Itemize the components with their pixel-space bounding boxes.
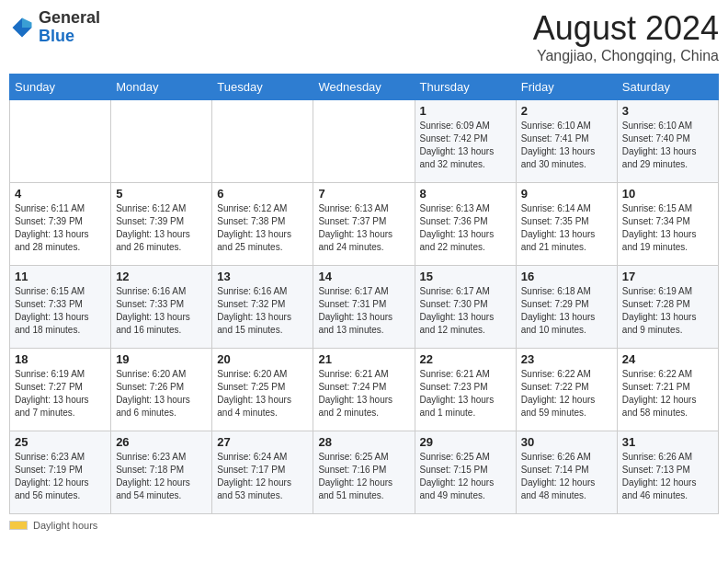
logo-general-text: General bbox=[39, 8, 100, 27]
day-number: 27 bbox=[217, 435, 308, 449]
day-number: 15 bbox=[420, 270, 511, 283]
calendar-week-row: 18Sunrise: 6:19 AM Sunset: 7:27 PM Dayli… bbox=[10, 349, 719, 431]
day-info: Sunrise: 6:26 AM Sunset: 7:14 PM Dayligh… bbox=[521, 451, 612, 502]
calendar-week-row: 11Sunrise: 6:15 AM Sunset: 7:33 PM Dayli… bbox=[10, 266, 719, 349]
day-info: Sunrise: 6:15 AM Sunset: 7:34 PM Dayligh… bbox=[622, 202, 713, 254]
day-number: 28 bbox=[318, 435, 409, 449]
day-number: 23 bbox=[521, 352, 612, 366]
day-info: Sunrise: 6:26 AM Sunset: 7:13 PM Dayligh… bbox=[622, 451, 713, 502]
day-number: 13 bbox=[217, 270, 308, 283]
day-info: Sunrise: 6:12 AM Sunset: 7:38 PM Dayligh… bbox=[217, 202, 308, 254]
day-info: Sunrise: 6:20 AM Sunset: 7:25 PM Dayligh… bbox=[217, 368, 308, 419]
page-header: General Blue August 2024 Yangjiao, Chong… bbox=[9, 9, 719, 64]
svg-marker-1 bbox=[22, 17, 32, 28]
day-info: Sunrise: 6:12 AM Sunset: 7:39 PM Dayligh… bbox=[116, 202, 207, 254]
calendar-cell: 18Sunrise: 6:19 AM Sunset: 7:27 PM Dayli… bbox=[10, 349, 111, 431]
day-info: Sunrise: 6:20 AM Sunset: 7:26 PM Dayligh… bbox=[116, 368, 207, 419]
calendar-cell bbox=[10, 100, 111, 183]
title-section: August 2024 Yangjiao, Chongqing, China bbox=[533, 9, 719, 64]
weekday-header-wednesday: Wednesday bbox=[313, 75, 415, 100]
day-info: Sunrise: 6:23 AM Sunset: 7:19 PM Dayligh… bbox=[15, 451, 106, 502]
day-number: 10 bbox=[622, 187, 713, 201]
calendar-week-row: 1Sunrise: 6:09 AM Sunset: 7:42 PM Daylig… bbox=[10, 100, 719, 183]
calendar-cell: 17Sunrise: 6:19 AM Sunset: 7:28 PM Dayli… bbox=[617, 266, 718, 349]
calendar-cell: 14Sunrise: 6:17 AM Sunset: 7:31 PM Dayli… bbox=[313, 266, 415, 349]
day-info: Sunrise: 6:13 AM Sunset: 7:36 PM Dayligh… bbox=[420, 202, 511, 254]
weekday-header-thursday: Thursday bbox=[415, 75, 516, 100]
day-info: Sunrise: 6:25 AM Sunset: 7:15 PM Dayligh… bbox=[420, 451, 511, 502]
day-info: Sunrise: 6:17 AM Sunset: 7:31 PM Dayligh… bbox=[318, 285, 409, 337]
logo: General Blue bbox=[9, 9, 100, 46]
day-number: 25 bbox=[15, 435, 106, 449]
logo-icon bbox=[9, 15, 35, 40]
day-number: 14 bbox=[318, 270, 409, 283]
day-number: 19 bbox=[116, 352, 207, 366]
day-info: Sunrise: 6:22 AM Sunset: 7:21 PM Dayligh… bbox=[622, 368, 713, 419]
calendar-cell: 23Sunrise: 6:22 AM Sunset: 7:22 PM Dayli… bbox=[516, 349, 617, 431]
day-info: Sunrise: 6:16 AM Sunset: 7:33 PM Dayligh… bbox=[116, 285, 207, 337]
calendar-week-row: 4Sunrise: 6:11 AM Sunset: 7:39 PM Daylig… bbox=[10, 183, 719, 266]
calendar-cell: 24Sunrise: 6:22 AM Sunset: 7:21 PM Dayli… bbox=[617, 349, 718, 431]
calendar-cell: 6Sunrise: 6:12 AM Sunset: 7:38 PM Daylig… bbox=[212, 183, 313, 266]
day-info: Sunrise: 6:25 AM Sunset: 7:16 PM Dayligh… bbox=[318, 451, 409, 502]
calendar-week-row: 25Sunrise: 6:23 AM Sunset: 7:19 PM Dayli… bbox=[10, 431, 719, 514]
day-number: 20 bbox=[217, 352, 308, 366]
calendar-cell: 5Sunrise: 6:12 AM Sunset: 7:39 PM Daylig… bbox=[111, 183, 212, 266]
day-number: 8 bbox=[420, 187, 511, 201]
day-number: 30 bbox=[521, 435, 612, 449]
calendar-cell bbox=[111, 100, 212, 183]
day-info: Sunrise: 6:22 AM Sunset: 7:22 PM Dayligh… bbox=[521, 368, 612, 419]
day-info: Sunrise: 6:18 AM Sunset: 7:29 PM Dayligh… bbox=[521, 285, 612, 337]
weekday-header-tuesday: Tuesday bbox=[212, 75, 313, 100]
weekday-header-monday: Monday bbox=[111, 75, 212, 100]
calendar-cell bbox=[313, 100, 415, 183]
day-info: Sunrise: 6:15 AM Sunset: 7:33 PM Dayligh… bbox=[15, 285, 106, 337]
day-number: 2 bbox=[521, 104, 612, 118]
calendar-cell: 19Sunrise: 6:20 AM Sunset: 7:26 PM Dayli… bbox=[111, 349, 212, 431]
calendar-cell: 9Sunrise: 6:14 AM Sunset: 7:35 PM Daylig… bbox=[516, 183, 617, 266]
calendar-cell: 26Sunrise: 6:23 AM Sunset: 7:18 PM Dayli… bbox=[111, 431, 212, 514]
calendar-cell bbox=[212, 100, 313, 183]
calendar-cell: 21Sunrise: 6:21 AM Sunset: 7:24 PM Dayli… bbox=[313, 349, 415, 431]
day-number: 21 bbox=[318, 352, 409, 366]
day-info: Sunrise: 6:19 AM Sunset: 7:27 PM Dayligh… bbox=[15, 368, 106, 419]
day-number: 5 bbox=[116, 187, 207, 201]
daylight-bar-icon bbox=[9, 521, 28, 530]
calendar-cell: 1Sunrise: 6:09 AM Sunset: 7:42 PM Daylig… bbox=[415, 100, 516, 183]
day-number: 22 bbox=[420, 352, 511, 366]
weekday-header-row: SundayMondayTuesdayWednesdayThursdayFrid… bbox=[10, 75, 719, 100]
day-number: 9 bbox=[521, 187, 612, 201]
calendar-cell: 22Sunrise: 6:21 AM Sunset: 7:23 PM Dayli… bbox=[415, 349, 516, 431]
day-number: 31 bbox=[622, 435, 713, 449]
day-number: 1 bbox=[420, 104, 511, 118]
calendar-table: SundayMondayTuesdayWednesdayThursdayFrid… bbox=[9, 74, 719, 514]
calendar-cell: 10Sunrise: 6:15 AM Sunset: 7:34 PM Dayli… bbox=[617, 183, 718, 266]
calendar-cell: 4Sunrise: 6:11 AM Sunset: 7:39 PM Daylig… bbox=[10, 183, 111, 266]
day-info: Sunrise: 6:16 AM Sunset: 7:32 PM Dayligh… bbox=[217, 285, 308, 337]
daylight-label: Daylight hours bbox=[33, 520, 97, 531]
calendar-cell: 20Sunrise: 6:20 AM Sunset: 7:25 PM Dayli… bbox=[212, 349, 313, 431]
calendar-cell: 2Sunrise: 6:10 AM Sunset: 7:41 PM Daylig… bbox=[516, 100, 617, 183]
day-number: 12 bbox=[116, 270, 207, 283]
location-text: Yangjiao, Chongqing, China bbox=[533, 48, 719, 64]
weekday-header-saturday: Saturday bbox=[617, 75, 718, 100]
month-year-title: August 2024 bbox=[533, 9, 719, 48]
day-number: 6 bbox=[217, 187, 308, 201]
day-number: 24 bbox=[622, 352, 713, 366]
day-info: Sunrise: 6:11 AM Sunset: 7:39 PM Dayligh… bbox=[15, 202, 106, 254]
calendar-cell: 11Sunrise: 6:15 AM Sunset: 7:33 PM Dayli… bbox=[10, 266, 111, 349]
day-info: Sunrise: 6:24 AM Sunset: 7:17 PM Dayligh… bbox=[217, 451, 308, 502]
day-info: Sunrise: 6:09 AM Sunset: 7:42 PM Dayligh… bbox=[420, 120, 511, 171]
calendar-cell: 3Sunrise: 6:10 AM Sunset: 7:40 PM Daylig… bbox=[617, 100, 718, 183]
day-number: 29 bbox=[420, 435, 511, 449]
day-number: 7 bbox=[318, 187, 409, 201]
calendar-cell: 12Sunrise: 6:16 AM Sunset: 7:33 PM Dayli… bbox=[111, 266, 212, 349]
day-info: Sunrise: 6:21 AM Sunset: 7:23 PM Dayligh… bbox=[420, 368, 511, 419]
day-info: Sunrise: 6:13 AM Sunset: 7:37 PM Dayligh… bbox=[318, 202, 409, 254]
day-info: Sunrise: 6:10 AM Sunset: 7:40 PM Dayligh… bbox=[622, 120, 713, 171]
calendar-cell: 29Sunrise: 6:25 AM Sunset: 7:15 PM Dayli… bbox=[415, 431, 516, 514]
logo-blue-text: Blue bbox=[39, 27, 74, 45]
calendar-cell: 31Sunrise: 6:26 AM Sunset: 7:13 PM Dayli… bbox=[617, 431, 718, 514]
day-info: Sunrise: 6:21 AM Sunset: 7:24 PM Dayligh… bbox=[318, 368, 409, 419]
day-info: Sunrise: 6:10 AM Sunset: 7:41 PM Dayligh… bbox=[521, 120, 612, 171]
